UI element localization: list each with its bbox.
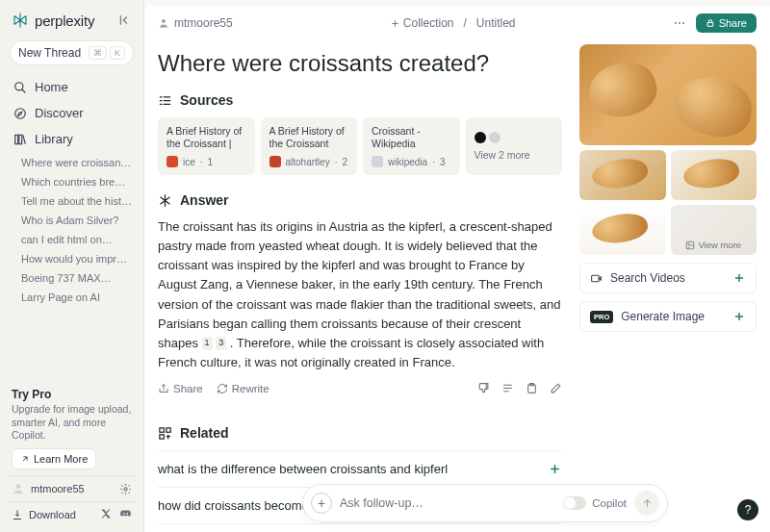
sidebar: perplexity New Thread ⌘K Home Discover L…	[0, 0, 144, 532]
media-sidebar: View more Search Videos PRO Generate Ima…	[579, 40, 757, 532]
source-card[interactable]: Croissant - Wikipedia wikipedia·3	[363, 117, 460, 175]
video-icon	[590, 272, 603, 285]
svg-point-17	[688, 243, 690, 245]
more-icon[interactable]	[673, 16, 686, 30]
new-thread-button[interactable]: New Thread ⌘K	[10, 40, 134, 65]
related-heading: Related	[158, 425, 562, 441]
svg-point-6	[162, 19, 166, 23]
image-thumbnail[interactable]	[671, 150, 757, 200]
arrow-up-icon	[641, 497, 654, 510]
image-icon	[685, 241, 695, 250]
main-panel: mtmoore55 Collection / Untitled Share	[144, 6, 770, 532]
user-icon	[158, 17, 169, 29]
thread-title[interactable]: Untitled	[476, 16, 516, 30]
svg-rect-10	[707, 23, 713, 27]
history-item[interactable]: can I edit html on…	[8, 230, 136, 249]
history-item[interactable]: Which countries brew…	[8, 172, 136, 191]
share-button[interactable]: Share	[696, 13, 757, 33]
share-icon	[158, 383, 169, 394]
sidebar-download-row: Download	[8, 501, 136, 526]
history-list: Where were croissants… Which countries b…	[8, 153, 136, 307]
svg-rect-18	[592, 275, 600, 282]
arrow-up-right-icon	[20, 454, 30, 464]
svg-rect-2	[15, 135, 18, 143]
thumbs-down-icon[interactable]	[477, 382, 490, 394]
answer-body: The croissant has its origins in Austria…	[158, 217, 562, 372]
nav-discover[interactable]: Discover	[8, 101, 136, 125]
svg-point-7	[675, 22, 677, 24]
breadcrumb-user[interactable]: mtmoore55	[158, 16, 233, 30]
share-action[interactable]: Share	[158, 383, 203, 394]
add-collection-button[interactable]: Collection	[390, 16, 454, 30]
help-button[interactable]: ?	[737, 499, 758, 520]
svg-point-4	[16, 484, 21, 489]
history-item[interactable]: Who is Adam Silver?	[8, 211, 136, 230]
nav-library-label: Library	[35, 132, 73, 146]
brand-name: perplexity	[35, 13, 94, 29]
citation[interactable]: 3	[216, 337, 226, 350]
lock-icon	[706, 18, 715, 28]
svg-rect-14	[167, 428, 170, 432]
discord-icon[interactable]	[119, 508, 132, 520]
nav-library[interactable]: Library	[8, 127, 136, 151]
search-icon	[13, 81, 27, 94]
history-item[interactable]: Tell me about the histor…	[8, 191, 136, 211]
topbar: mtmoore55 Collection / Untitled Share	[144, 6, 770, 40]
svg-point-9	[682, 22, 684, 24]
clipboard-icon[interactable]	[526, 382, 538, 394]
x-social-icon[interactable]	[100, 508, 112, 519]
history-item[interactable]: How would you improv…	[8, 249, 136, 268]
sources-icon	[158, 93, 172, 108]
view-more-sources[interactable]: View 2 more	[466, 117, 563, 175]
user-avatar-icon	[12, 482, 25, 495]
followup-input[interactable]	[340, 496, 555, 510]
plus-icon	[390, 18, 400, 29]
related-question[interactable]: wh	[158, 523, 562, 532]
image-thumbnail[interactable]	[579, 150, 666, 200]
learn-more-button[interactable]: Learn More	[12, 448, 96, 469]
sources-row: A Brief History of the Croissant | Insti…	[158, 117, 562, 175]
related-question[interactable]: what is the difference between croissant…	[158, 450, 562, 487]
copy-text-icon[interactable]	[501, 382, 514, 394]
citation[interactable]: 1	[202, 337, 213, 350]
generate-image-button[interactable]: PRO Generate Image	[579, 301, 757, 332]
download-label[interactable]: Download	[29, 509, 76, 520]
image-thumbnail[interactable]	[579, 205, 666, 255]
gear-icon[interactable]	[119, 483, 132, 495]
toggle-icon	[563, 496, 586, 510]
svg-point-0	[15, 82, 23, 89]
hero-image[interactable]	[579, 44, 757, 145]
history-item[interactable]: Boeing 737 MAX…	[8, 268, 136, 288]
answer-heading: Answer	[158, 192, 562, 208]
download-icon[interactable]	[12, 509, 23, 520]
nav-discover-label: Discover	[35, 106, 84, 120]
rewrite-icon	[217, 383, 228, 394]
search-videos-button[interactable]: Search Videos	[579, 263, 757, 293]
svg-rect-15	[160, 434, 164, 438]
submit-button[interactable]	[634, 491, 659, 516]
try-pro-promo: Try Pro Upgrade for image upload, smarte…	[8, 382, 136, 475]
svg-point-5	[124, 487, 127, 490]
sidebar-username: mtmoore55	[31, 483, 85, 494]
view-more-images[interactable]: View more	[671, 205, 757, 255]
edit-icon[interactable]	[550, 382, 562, 394]
nav-home-label: Home	[35, 80, 68, 94]
history-item[interactable]: Larry Page on AI	[8, 288, 136, 307]
followup-bar: + Copilot	[302, 484, 668, 522]
svg-rect-3	[19, 135, 22, 143]
rewrite-action[interactable]: Rewrite	[217, 383, 270, 394]
breadcrumb-separator: /	[464, 16, 467, 30]
learn-more-label: Learn More	[34, 453, 88, 465]
related-icon	[158, 426, 172, 441]
attach-button[interactable]: +	[311, 493, 332, 514]
copilot-toggle[interactable]: Copilot	[563, 496, 627, 510]
svg-point-1	[15, 108, 26, 118]
sidebar-user-row[interactable]: mtmoore55	[8, 475, 136, 501]
source-card[interactable]: A Brief History of the Croissant altohar…	[261, 117, 358, 175]
source-card[interactable]: A Brief History of the Croissant | Insti…	[158, 117, 255, 175]
library-icon	[13, 133, 27, 146]
try-pro-subtitle: Upgrade for image upload, smarter AI, an…	[12, 403, 132, 443]
nav-home[interactable]: Home	[8, 75, 136, 99]
collapse-sidebar-button[interactable]	[118, 13, 132, 27]
history-item[interactable]: Where were croissants…	[8, 153, 136, 172]
